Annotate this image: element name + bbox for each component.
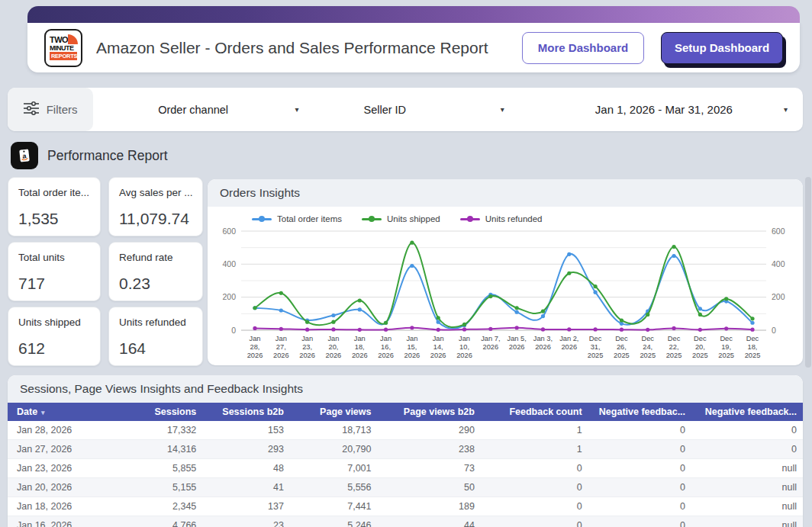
table-cell: 0 bbox=[588, 516, 691, 527]
legend-item[interactable]: Units shipped bbox=[362, 214, 440, 223]
table-cell: 1 bbox=[481, 421, 588, 440]
column-header-feedback-count[interactable]: Feedback count bbox=[481, 403, 588, 421]
svg-text:2025: 2025 bbox=[614, 352, 630, 359]
table-cell: 0 bbox=[481, 516, 588, 527]
svg-text:2025: 2025 bbox=[745, 352, 761, 359]
table-row: Jan 27, 202614,31629320,790238100 bbox=[8, 440, 803, 459]
table-cell: 48 bbox=[202, 459, 290, 478]
orders-insights-card: Orders Insights Total order itemsUnits s… bbox=[208, 179, 803, 365]
table-cell: null bbox=[691, 497, 803, 516]
table-row: Jan 23, 20265,855487,0017300null bbox=[8, 459, 803, 478]
svg-text:Dec: Dec bbox=[668, 335, 681, 342]
table-cell: 0 bbox=[588, 497, 691, 516]
svg-text:23,: 23, bbox=[302, 343, 312, 351]
svg-text:2026: 2026 bbox=[456, 352, 472, 359]
chevron-down-icon: ▾ bbox=[501, 105, 504, 114]
table-row: Jan 18, 20262,3451377,44118900null bbox=[8, 497, 803, 516]
section-title: Performance Report bbox=[47, 148, 168, 164]
svg-text:Dec: Dec bbox=[694, 335, 707, 342]
column-header-sessions-b2b[interactable]: Sessions b2b bbox=[202, 403, 290, 421]
setup-dashboard-button[interactable]: Setup Dashboard bbox=[661, 32, 783, 64]
column-header-page-views-b2b[interactable]: Page views b2b bbox=[378, 403, 481, 421]
table-cell: 0 bbox=[588, 459, 691, 478]
svg-text:2026: 2026 bbox=[509, 343, 525, 351]
svg-text:Jan: Jan bbox=[433, 335, 444, 342]
svg-text:2026: 2026 bbox=[482, 343, 498, 351]
kpi-label: Total order ite... bbox=[18, 187, 95, 198]
svg-text:Dec: Dec bbox=[615, 335, 628, 342]
svg-text:20,: 20, bbox=[328, 343, 338, 351]
date-range-dropdown[interactable]: Jan 1, 2026 - Mar 31, 2026 ▾ bbox=[550, 103, 803, 116]
table-cell: Jan 28, 2026 bbox=[8, 421, 111, 440]
order-channel-dropdown[interactable]: Order channel ▾ bbox=[158, 104, 298, 116]
table-cell: 5,155 bbox=[111, 478, 202, 497]
svg-text:2025: 2025 bbox=[588, 352, 604, 359]
logo-text: MINUTE bbox=[50, 44, 81, 52]
seller-id-dropdown[interactable]: Seller ID ▾ bbox=[363, 104, 504, 116]
kpi-value: 0.23 bbox=[119, 275, 198, 293]
sort-desc-icon: ▾ bbox=[41, 409, 45, 416]
svg-text:2026: 2026 bbox=[352, 352, 368, 359]
kpi-card-avg-sales-per: Avg sales per ...11,079.74 bbox=[108, 177, 203, 236]
table-cell: 1 bbox=[481, 440, 588, 459]
svg-text:27,: 27, bbox=[276, 343, 286, 351]
column-header-page-views[interactable]: Page views bbox=[290, 403, 378, 421]
table-cell: 137 bbox=[202, 497, 290, 516]
table-header-row: Date▾SessionsSessions b2bPage viewsPage … bbox=[8, 403, 803, 421]
table-cell: 153 bbox=[202, 421, 290, 440]
svg-text:Jan: Jan bbox=[459, 335, 470, 342]
table-cell: 0 bbox=[691, 421, 803, 440]
svg-text:2026: 2026 bbox=[535, 343, 551, 351]
table-cell: Jan 27, 2026 bbox=[8, 440, 111, 459]
table-cell: 5,855 bbox=[111, 459, 202, 478]
svg-text:2026: 2026 bbox=[561, 343, 577, 351]
kpi-value: 612 bbox=[18, 339, 95, 358]
svg-text:Jan: Jan bbox=[380, 335, 392, 342]
table-cell: 290 bbox=[378, 421, 481, 440]
orders-insights-chart: 00200200400400600600Jan28,2026Jan27,2026… bbox=[211, 225, 798, 364]
column-header-sessions[interactable]: Sessions bbox=[111, 403, 202, 421]
svg-text:31,: 31, bbox=[591, 343, 601, 351]
table-cell: Jan 16, 2026 bbox=[8, 516, 111, 527]
svg-text:18,: 18, bbox=[355, 343, 365, 351]
svg-text:2026: 2026 bbox=[404, 352, 420, 359]
table-row: Jan 28, 202617,33215318,713290100 bbox=[8, 421, 803, 440]
filters-button[interactable]: Filters bbox=[8, 88, 93, 131]
header: TWO MINUTE REPORTS Amazon Seller - Order… bbox=[27, 23, 800, 72]
svg-text:0: 0 bbox=[772, 326, 776, 335]
legend-item[interactable]: Units refunded bbox=[460, 214, 543, 223]
table-cell: 0 bbox=[481, 459, 588, 478]
svg-text:16,: 16, bbox=[381, 343, 391, 351]
table-cell: 50 bbox=[378, 478, 481, 497]
legend-label: Units refunded bbox=[485, 214, 543, 223]
column-header-date[interactable]: Date▾ bbox=[8, 403, 111, 421]
two-minute-reports-logo: TWO MINUTE REPORTS bbox=[44, 29, 82, 67]
svg-text:2025: 2025 bbox=[692, 352, 708, 359]
column-header-negative-feedbac[interactable]: Negative feedbac... bbox=[588, 403, 691, 421]
filters-bar: Filters Order channel ▾ Seller ID ▾ Jan … bbox=[8, 88, 803, 131]
filters-icon bbox=[24, 101, 39, 118]
svg-text:28,: 28, bbox=[250, 343, 260, 351]
scrollbar[interactable] bbox=[805, 177, 811, 368]
table-cell: 0 bbox=[481, 478, 588, 497]
kpi-card-total-order-ite: Total order ite...1,535 bbox=[8, 177, 101, 236]
svg-text:2026: 2026 bbox=[247, 352, 263, 359]
svg-text:2025: 2025 bbox=[666, 352, 682, 359]
svg-text:0: 0 bbox=[231, 326, 236, 335]
table-cell: 18,713 bbox=[290, 421, 378, 440]
legend-item[interactable]: Total order items bbox=[252, 214, 342, 223]
table-cell: 5,246 bbox=[290, 516, 378, 527]
table-cell: 44 bbox=[378, 516, 481, 527]
table-cell: 0 bbox=[588, 440, 691, 459]
svg-text:2025: 2025 bbox=[640, 352, 656, 359]
page-title: Amazon Seller - Orders and Sales Perform… bbox=[96, 39, 522, 57]
svg-text:Jan: Jan bbox=[327, 335, 339, 342]
table-cell: 7,441 bbox=[290, 497, 378, 516]
column-header-negative-feedback[interactable]: Negative feedback... bbox=[691, 403, 803, 421]
table-card-title: Sessions, Page Views Insights and Feedba… bbox=[8, 375, 803, 403]
kpi-card-units-refunded: Units refunded164 bbox=[108, 307, 203, 366]
svg-text:Jan 3,: Jan 3, bbox=[533, 335, 553, 342]
more-dashboard-button[interactable]: More Dashboard bbox=[522, 32, 644, 64]
svg-text:Jan: Jan bbox=[301, 335, 313, 342]
table-cell: Jan 20, 2026 bbox=[8, 478, 111, 497]
